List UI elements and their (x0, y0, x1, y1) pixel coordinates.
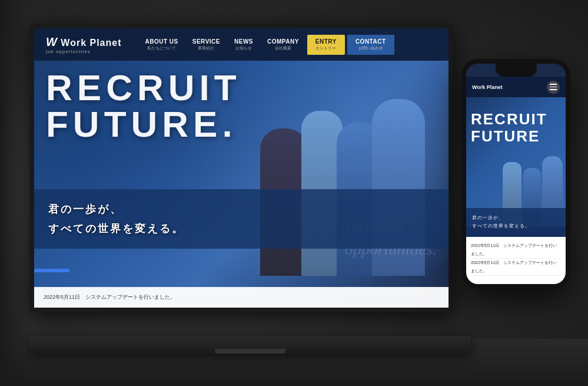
tagline-line2: すべての世界を変える。 (48, 219, 434, 238)
laptop: W Work Planet job opportunities ABOUT US… (29, 24, 471, 365)
nav-news[interactable]: NEWS お知らせ (228, 36, 259, 54)
phone-recruit-line1: RECRUIT (471, 111, 547, 128)
logo: W Work Planet job opportunities (46, 35, 122, 54)
menu-line-1 (550, 84, 557, 85)
laptop-screen: W Work Planet job opportunities ABOUT US… (29, 24, 453, 312)
nav-entry[interactable]: ENTRY エントリー (307, 35, 345, 55)
phone-news-item-1: 2022年5月11日 システムアップデートを行いました。 (471, 242, 561, 259)
nav-service[interactable]: SERVICE 事業紹介 (187, 36, 226, 54)
phone-body: Work Planet RECRUIT FUTURE 君の一歩が、 すべての世界… (461, 59, 570, 289)
phone-website: Work Planet RECRUIT FUTURE 君の一歩が、 すべての世界… (466, 64, 566, 284)
tagline-line1: 君の一歩が、 (48, 200, 434, 219)
nav-about[interactable]: ABOUT US 私たちについて (139, 36, 184, 54)
tagline-box: 君の一歩が、 すべての世界を変える。 (34, 189, 449, 249)
logo-w-icon: W (46, 35, 58, 48)
scene: W Work Planet job opportunities ABOUT US… (0, 0, 588, 386)
laptop-website: W Work Planet job opportunities ABOUT US… (34, 28, 449, 308)
phone-news: 2022年5月11日 システムアップデートを行いました。 2022年5月11日 … (466, 237, 566, 284)
phone: Work Planet RECRUIT FUTURE 君の一歩が、 すべての世界… (461, 59, 570, 289)
nav-items: ABOUT US 私たちについて SERVICE 事業紹介 NEWS お知らせ (139, 35, 437, 55)
menu-line-3 (550, 89, 557, 90)
phone-notch (496, 64, 537, 77)
nav-contact[interactable]: CONTACT お問い合わせ (347, 35, 394, 55)
phone-tagline-line2: すべての世界を変える。 (472, 222, 560, 230)
phone-future-line2: FUTURE (471, 128, 547, 145)
news-text: 2022年5月11日 システムアップデートを行いました。 (44, 293, 175, 301)
laptop-nav: W Work Planet job opportunities ABOUT US… (34, 28, 449, 61)
phone-news-item-2: 2022年5月11日 システムアップデートを行いました。 (471, 259, 561, 276)
nav-company[interactable]: COMPANY 会社概要 (261, 36, 305, 54)
blue-accent-bar (34, 269, 69, 272)
laptop-base (29, 336, 471, 354)
phone-tagline-line1: 君の一歩が、 (472, 214, 560, 222)
recruit-heading: RECRUIT (46, 70, 241, 106)
phone-nav: Work Planet (466, 77, 566, 97)
hero-text: RECRUIT FUTURE. (46, 70, 241, 143)
phone-logo: Work Planet (472, 84, 503, 90)
logo-name: Work Planet (61, 38, 121, 48)
logo-subtitle: job opportunities (46, 49, 122, 54)
phone-menu-button[interactable] (547, 81, 560, 94)
news-ticker: 2022年5月11日 システムアップデートを行いました。 (34, 287, 449, 308)
future-heading: FUTURE. (46, 106, 241, 143)
left-decoration (0, 0, 29, 386)
phone-hero-text: RECRUIT FUTURE (471, 111, 547, 144)
menu-line-2 (550, 87, 557, 88)
logo-text: W Work Planet (46, 35, 122, 49)
phone-tagline: 君の一歩が、 すべての世界を変える。 (466, 208, 566, 237)
